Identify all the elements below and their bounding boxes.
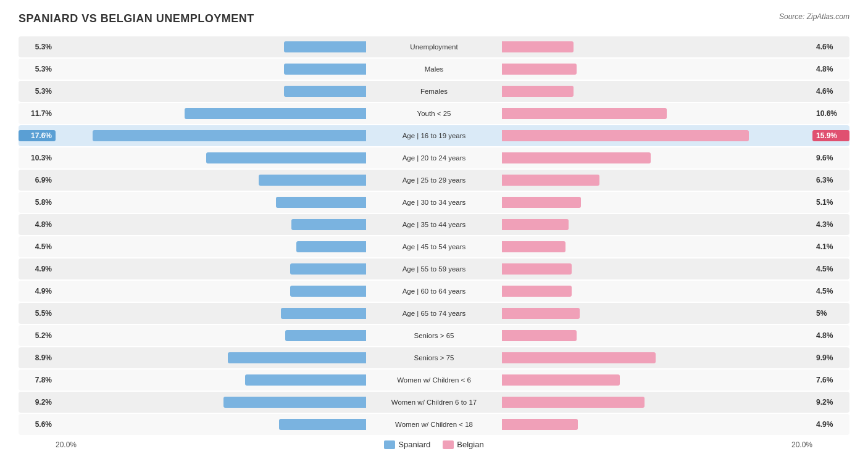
right-value: 4.6%: [812, 87, 849, 96]
right-bar: [502, 241, 565, 252]
left-value: 5.3%: [19, 87, 56, 96]
right-value: 4.8%: [812, 65, 849, 73]
center-label: Women w/ Children 6 to 17: [366, 399, 502, 406]
left-bar-container: [56, 241, 366, 253]
left-bar: [284, 41, 366, 52]
row-inner: 4.9% Age | 55 to 59 years 4.5%: [19, 261, 849, 277]
right-value: 5.1%: [812, 198, 849, 207]
right-bar: [502, 197, 581, 208]
left-bar: [259, 175, 366, 186]
bar-row: 6.9% Age | 25 to 29 years 6.3%: [19, 170, 849, 191]
right-value: 4.3%: [812, 220, 849, 229]
legend-belgian-label: Belgian: [457, 440, 483, 449]
row-inner: 5.3% Females 4.6%: [19, 83, 849, 99]
right-value: 4.8%: [812, 331, 849, 340]
right-bar: [502, 308, 580, 319]
right-value: 4.5%: [812, 287, 849, 295]
bar-row: 5.3% Unemployment 4.6%: [19, 36, 849, 57]
left-value: 5.6%: [19, 420, 56, 429]
left-bar: [223, 397, 366, 408]
right-bar: [502, 286, 572, 297]
row-inner: 10.3% Age | 20 to 24 years 9.6%: [19, 150, 849, 166]
left-value: 8.9%: [19, 353, 56, 362]
right-value: 4.1%: [812, 242, 849, 251]
center-label: Youth < 25: [366, 110, 502, 117]
left-bar-container: [56, 352, 366, 364]
bar-row: 8.9% Seniors > 75 9.9%: [19, 347, 849, 368]
bar-row: 5.2% Seniors > 65 4.8%: [19, 325, 849, 346]
bar-row: 11.7% Youth < 25 10.6%: [19, 103, 849, 124]
axis-right-label: 20.0%: [791, 440, 812, 449]
right-value: 4.5%: [812, 265, 849, 273]
right-value: 9.2%: [812, 398, 849, 407]
left-bar: [290, 286, 366, 297]
center-label: Males: [366, 65, 502, 73]
row-inner: 5.3% Unemployment 4.6%: [19, 39, 849, 55]
left-value: 17.6%: [19, 130, 56, 141]
right-bar-container: [502, 174, 812, 186]
left-bar-container: [56, 329, 366, 342]
left-value: 4.9%: [19, 265, 56, 273]
right-bar-container: [502, 307, 812, 320]
left-bar-container: [56, 218, 366, 231]
row-inner: 4.8% Age | 35 to 44 years 4.3%: [19, 217, 849, 233]
bar-row: 5.8% Age | 30 to 34 years 5.1%: [19, 192, 849, 213]
right-value: 9.9%: [812, 353, 849, 362]
center-label: Age | 25 to 29 years: [366, 176, 502, 184]
right-bar: [502, 175, 599, 186]
left-value: 7.8%: [19, 376, 56, 384]
row-inner: 11.7% Youth < 25 10.6%: [19, 105, 849, 122]
right-bar-container: [502, 374, 812, 386]
legend-belgian-box: [443, 440, 454, 449]
left-bar: [228, 352, 366, 363]
center-label: Seniors > 65: [366, 332, 502, 339]
left-value: 5.3%: [19, 43, 56, 51]
right-value: 6.3%: [812, 176, 849, 184]
chart-title: SPANIARD VS BELGIAN UNEMPLOYMENT: [19, 12, 254, 25]
right-bar-container: [502, 352, 812, 364]
left-bar: [281, 308, 366, 319]
left-bar-container: [56, 152, 366, 164]
row-inner: 17.6% Age | 16 to 19 years 15.9%: [19, 128, 849, 144]
right-value: 15.9%: [812, 130, 849, 141]
bar-row: 5.5% Age | 65 to 74 years 5%: [19, 303, 849, 324]
center-label: Age | 65 to 74 years: [366, 310, 502, 317]
bar-row: 4.8% Age | 35 to 44 years 4.3%: [19, 214, 849, 235]
left-value: 11.7%: [19, 109, 56, 118]
right-bar: [502, 108, 667, 119]
left-bar-container: [56, 41, 366, 53]
right-value: 9.6%: [812, 154, 849, 162]
row-inner: 5.8% Age | 30 to 34 years 5.1%: [19, 194, 849, 210]
row-inner: 5.3% Males 4.8%: [19, 61, 849, 77]
bar-row: 4.5% Age | 45 to 54 years 4.1%: [19, 236, 849, 257]
left-value: 5.2%: [19, 331, 56, 340]
left-bar-container: [56, 63, 366, 75]
row-inner: 4.5% Age | 45 to 54 years 4.1%: [19, 239, 849, 255]
left-bar: [279, 419, 366, 430]
right-bar-container: [502, 85, 812, 97]
chart-header: SPANIARD VS BELGIAN UNEMPLOYMENT Source:…: [19, 12, 849, 25]
legend: Spaniard Belgian: [384, 440, 483, 449]
left-value: 5.3%: [19, 65, 56, 73]
bar-row: 10.3% Age | 20 to 24 years 9.6%: [19, 147, 849, 168]
left-value: 4.9%: [19, 287, 56, 295]
right-bar-container: [502, 130, 812, 142]
right-bar-container: [502, 329, 812, 342]
left-bar-container: [56, 374, 366, 386]
right-bar-container: [502, 41, 812, 53]
center-label: Females: [366, 88, 502, 95]
row-inner: 8.9% Seniors > 75 9.9%: [19, 350, 849, 366]
bar-row: 9.2% Women w/ Children 6 to 17 9.2%: [19, 392, 849, 413]
right-bar-container: [502, 196, 812, 209]
left-bar: [93, 130, 366, 141]
bar-row: 4.9% Age | 60 to 64 years 4.5%: [19, 281, 849, 302]
left-bar: [245, 374, 366, 386]
center-label: Unemployment: [366, 43, 502, 51]
legend-belgian: Belgian: [443, 440, 483, 449]
left-value: 10.3%: [19, 154, 56, 162]
chart-container: SPANIARD VS BELGIAN UNEMPLOYMENT Source:…: [0, 0, 868, 467]
right-bar-container: [502, 218, 812, 231]
left-bar-container: [56, 85, 366, 97]
left-value: 5.5%: [19, 309, 56, 318]
bar-row: 7.8% Women w/ Children < 6 7.6%: [19, 370, 849, 391]
